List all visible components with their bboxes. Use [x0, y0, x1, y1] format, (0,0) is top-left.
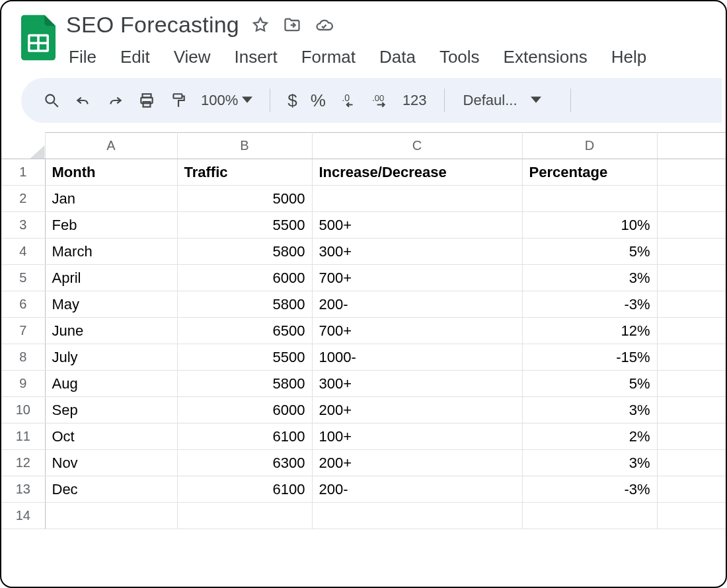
spreadsheet-grid[interactable]: A B C D 1 Month Traffic Increase/Decreas… — [1, 132, 726, 529]
cell[interactable]: 300+ — [312, 239, 522, 265]
cell[interactable]: 5800 — [177, 239, 312, 265]
cell[interactable]: -3% — [522, 291, 657, 318]
row-header[interactable]: 1 — [1, 159, 45, 186]
cell[interactable]: Nov — [45, 450, 177, 476]
cell[interactable] — [657, 291, 726, 318]
cell[interactable]: 5% — [522, 239, 657, 265]
cell[interactable]: 200- — [312, 291, 522, 318]
cell[interactable] — [45, 503, 177, 529]
cell[interactable]: 3% — [522, 450, 657, 476]
cell[interactable]: -3% — [522, 476, 657, 503]
cell[interactable]: Feb — [45, 212, 177, 239]
row-header[interactable]: 4 — [1, 239, 45, 265]
cell[interactable]: 5800 — [177, 371, 312, 397]
cell[interactable]: Month — [45, 159, 177, 186]
cell[interactable]: 10% — [522, 212, 657, 239]
cell[interactable] — [312, 186, 522, 212]
cell[interactable]: Aug — [45, 371, 177, 397]
menu-insert[interactable]: Insert — [232, 46, 280, 69]
cell[interactable]: June — [45, 318, 177, 344]
cell[interactable]: May — [45, 291, 177, 318]
cell[interactable]: 5% — [522, 371, 657, 397]
cell[interactable] — [657, 239, 726, 265]
cell[interactable]: Traffic — [177, 159, 312, 186]
cell[interactable]: 5500 — [177, 344, 312, 371]
cell[interactable]: 5800 — [177, 291, 312, 318]
cell[interactable] — [177, 503, 312, 529]
cell[interactable] — [657, 371, 726, 397]
cell[interactable] — [657, 344, 726, 371]
menu-data[interactable]: Data — [377, 46, 418, 69]
cell[interactable]: 6100 — [177, 423, 312, 450]
menu-tools[interactable]: Tools — [437, 46, 482, 69]
row-header[interactable]: 12 — [1, 450, 45, 476]
cell[interactable]: Jan — [45, 186, 177, 212]
paint-format-icon[interactable] — [165, 87, 192, 114]
cell[interactable] — [657, 476, 726, 503]
undo-icon[interactable] — [70, 87, 96, 114]
cell[interactable]: 5500 — [177, 212, 312, 239]
cell[interactable] — [657, 397, 726, 423]
decrease-decimal-icon[interactable]: .0 — [335, 87, 362, 114]
col-header-B[interactable]: B — [177, 133, 312, 159]
star-icon[interactable] — [250, 15, 271, 36]
cell[interactable] — [522, 186, 657, 212]
col-header-A[interactable]: A — [45, 133, 177, 159]
row-header[interactable]: 3 — [1, 212, 45, 239]
cell[interactable]: 200- — [312, 476, 522, 503]
menu-extensions[interactable]: Extensions — [501, 46, 590, 69]
cell[interactable] — [657, 318, 726, 344]
row-header[interactable]: 11 — [1, 423, 45, 450]
cell[interactable]: 1000- — [312, 344, 522, 371]
cell[interactable]: 3% — [522, 265, 657, 291]
cell[interactable]: 100+ — [312, 423, 522, 450]
cell[interactable]: 5000 — [177, 186, 312, 212]
cell[interactable]: 700+ — [312, 318, 522, 344]
col-header-D[interactable]: D — [522, 133, 657, 159]
cell[interactable]: 3% — [522, 397, 657, 423]
cell[interactable] — [657, 450, 726, 476]
menu-help[interactable]: Help — [609, 46, 649, 69]
cell[interactable] — [522, 503, 657, 529]
increase-decimal-icon[interactable]: .00 — [367, 87, 393, 114]
cell[interactable]: -15% — [522, 344, 657, 371]
cell[interactable]: April — [45, 265, 177, 291]
cell[interactable]: 6000 — [177, 265, 312, 291]
cell[interactable]: July — [45, 344, 177, 371]
row-header[interactable]: 2 — [1, 186, 45, 212]
row-header[interactable]: 10 — [1, 397, 45, 423]
row-header[interactable]: 7 — [1, 318, 45, 344]
row-header[interactable]: 13 — [1, 476, 45, 503]
font-select[interactable]: Defaul... — [458, 92, 557, 109]
row-header[interactable]: 8 — [1, 344, 45, 371]
cell[interactable]: 700+ — [312, 265, 522, 291]
cell[interactable]: Sep — [45, 397, 177, 423]
document-title[interactable]: SEO Forecasting — [66, 12, 239, 38]
col-header-E[interactable] — [657, 133, 726, 159]
cell[interactable]: Dec — [45, 476, 177, 503]
move-folder-icon[interactable] — [282, 15, 303, 36]
row-header[interactable]: 14 — [1, 503, 45, 529]
redo-icon[interactable] — [102, 87, 128, 114]
cell[interactable]: Increase/Decrease — [312, 159, 522, 186]
cell[interactable] — [312, 503, 522, 529]
cell[interactable]: 12% — [522, 318, 657, 344]
cell[interactable]: 200+ — [312, 397, 522, 423]
cell[interactable]: 6000 — [177, 397, 312, 423]
menu-format[interactable]: Format — [299, 46, 358, 69]
cell[interactable]: 500+ — [312, 212, 522, 239]
format-currency-button[interactable]: $ — [284, 91, 301, 111]
print-icon[interactable] — [134, 87, 160, 114]
cell[interactable] — [657, 423, 726, 450]
menu-view[interactable]: View — [171, 46, 213, 69]
cell[interactable]: 200+ — [312, 450, 522, 476]
row-header[interactable]: 5 — [1, 265, 45, 291]
cell[interactable]: 6500 — [177, 318, 312, 344]
search-icon[interactable] — [38, 87, 65, 114]
cell[interactable]: 6100 — [177, 476, 312, 503]
cell[interactable]: 6300 — [177, 450, 312, 476]
cell[interactable] — [657, 212, 726, 239]
col-header-C[interactable]: C — [312, 133, 522, 159]
cell[interactable]: March — [45, 239, 177, 265]
more-formats-button[interactable]: 123 — [399, 92, 431, 109]
